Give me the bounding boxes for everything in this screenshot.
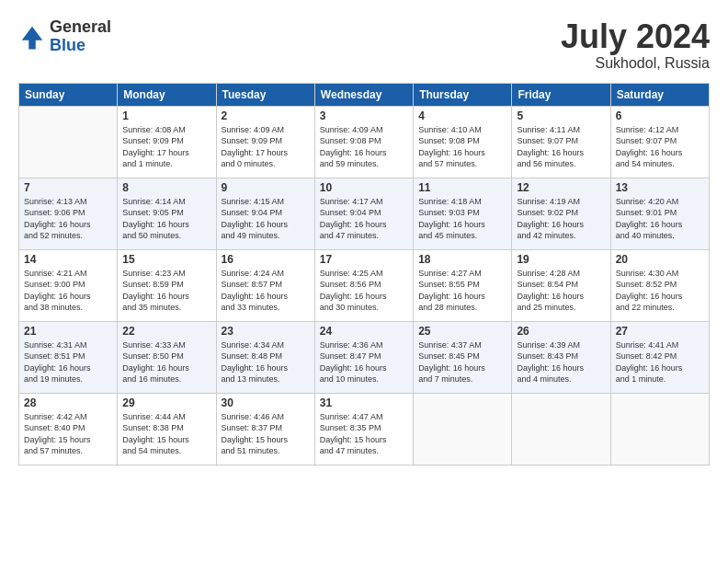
day-info: Sunrise: 4:42 AM Sunset: 8:40 PM Dayligh… [24, 411, 112, 457]
title-block: July 2024 Sukhodol, Russia [561, 18, 710, 72]
calendar-cell: 24Sunrise: 4:36 AM Sunset: 8:47 PM Dayli… [314, 321, 413, 393]
calendar-cell: 2Sunrise: 4:09 AM Sunset: 9:09 PM Daylig… [216, 106, 314, 178]
calendar-cell: 13Sunrise: 4:20 AM Sunset: 9:01 PM Dayli… [610, 178, 709, 249]
calendar-cell: 18Sunrise: 4:27 AM Sunset: 8:55 PM Dayli… [414, 249, 512, 321]
day-number: 6 [616, 109, 704, 122]
calendar-week-row: 1Sunrise: 4:08 AM Sunset: 9:09 PM Daylig… [19, 106, 710, 178]
day-info: Sunrise: 4:31 AM Sunset: 8:51 PM Dayligh… [24, 339, 112, 385]
day-info: Sunrise: 4:41 AM Sunset: 8:42 PM Dayligh… [616, 339, 704, 385]
day-info: Sunrise: 4:17 AM Sunset: 9:04 PM Dayligh… [320, 196, 408, 242]
header-monday: Monday [118, 83, 216, 106]
day-info: Sunrise: 4:37 AM Sunset: 8:45 PM Dayligh… [418, 339, 506, 385]
calendar-cell: 15Sunrise: 4:23 AM Sunset: 8:59 PM Dayli… [118, 249, 216, 321]
calendar-location: Sukhodol, Russia [561, 55, 710, 72]
calendar-cell: 4Sunrise: 4:10 AM Sunset: 9:08 PM Daylig… [414, 106, 512, 178]
day-info: Sunrise: 4:15 AM Sunset: 9:04 PM Dayligh… [222, 196, 310, 242]
day-number: 11 [418, 181, 506, 194]
logo-blue-text: Blue [50, 37, 111, 55]
day-info: Sunrise: 4:14 AM Sunset: 9:05 PM Dayligh… [122, 196, 210, 242]
day-info: Sunrise: 4:47 AM Sunset: 8:35 PM Dayligh… [320, 411, 408, 457]
header-tuesday: Tuesday [216, 83, 314, 106]
day-number: 8 [122, 181, 210, 194]
day-number: 15 [122, 253, 210, 266]
header-wednesday: Wednesday [314, 83, 413, 106]
calendar-cell [512, 393, 610, 465]
calendar-cell: 14Sunrise: 4:21 AM Sunset: 9:00 PM Dayli… [19, 249, 118, 321]
calendar-cell: 5Sunrise: 4:11 AM Sunset: 9:07 PM Daylig… [512, 106, 610, 178]
day-info: Sunrise: 4:09 AM Sunset: 9:09 PM Dayligh… [222, 124, 310, 170]
day-number: 5 [517, 109, 605, 122]
day-number: 30 [222, 396, 310, 409]
day-info: Sunrise: 4:09 AM Sunset: 9:08 PM Dayligh… [320, 124, 408, 170]
calendar-cell: 22Sunrise: 4:33 AM Sunset: 8:50 PM Dayli… [118, 321, 216, 393]
calendar-cell: 10Sunrise: 4:17 AM Sunset: 9:04 PM Dayli… [314, 178, 413, 249]
calendar-cell: 29Sunrise: 4:44 AM Sunset: 8:38 PM Dayli… [118, 393, 216, 465]
day-info: Sunrise: 4:46 AM Sunset: 8:37 PM Dayligh… [222, 411, 310, 457]
calendar-cell: 8Sunrise: 4:14 AM Sunset: 9:05 PM Daylig… [118, 178, 216, 249]
calendar-cell [414, 393, 512, 465]
day-info: Sunrise: 4:25 AM Sunset: 8:56 PM Dayligh… [320, 268, 408, 314]
day-number: 20 [616, 253, 704, 266]
day-number: 14 [24, 253, 112, 266]
day-info: Sunrise: 4:12 AM Sunset: 9:07 PM Dayligh… [616, 124, 704, 170]
day-info: Sunrise: 4:11 AM Sunset: 9:07 PM Dayligh… [517, 124, 605, 170]
day-info: Sunrise: 4:28 AM Sunset: 8:54 PM Dayligh… [517, 268, 605, 314]
calendar-cell: 23Sunrise: 4:34 AM Sunset: 8:48 PM Dayli… [216, 321, 314, 393]
day-number: 19 [517, 253, 605, 266]
day-info: Sunrise: 4:10 AM Sunset: 9:08 PM Dayligh… [418, 124, 506, 170]
calendar-cell: 1Sunrise: 4:08 AM Sunset: 9:09 PM Daylig… [118, 106, 216, 178]
day-number: 2 [222, 109, 310, 122]
calendar-week-row: 7Sunrise: 4:13 AM Sunset: 9:06 PM Daylig… [19, 178, 710, 249]
day-number: 12 [517, 181, 605, 194]
calendar-cell: 9Sunrise: 4:15 AM Sunset: 9:04 PM Daylig… [216, 178, 314, 249]
day-number: 25 [418, 325, 506, 338]
day-info: Sunrise: 4:36 AM Sunset: 8:47 PM Dayligh… [320, 339, 408, 385]
day-info: Sunrise: 4:18 AM Sunset: 9:03 PM Dayligh… [418, 196, 506, 242]
day-number: 4 [418, 109, 506, 122]
day-number: 29 [122, 396, 210, 409]
svg-marker-0 [22, 27, 43, 50]
day-info: Sunrise: 4:19 AM Sunset: 9:02 PM Dayligh… [517, 196, 605, 242]
day-info: Sunrise: 4:24 AM Sunset: 8:57 PM Dayligh… [222, 268, 310, 314]
calendar-cell: 21Sunrise: 4:31 AM Sunset: 8:51 PM Dayli… [19, 321, 118, 393]
calendar-cell [19, 106, 118, 178]
header: General Blue July 2024 Sukhodol, Russia [18, 18, 710, 72]
calendar-cell: 16Sunrise: 4:24 AM Sunset: 8:57 PM Dayli… [216, 249, 314, 321]
day-number: 31 [320, 396, 408, 409]
calendar-cell: 26Sunrise: 4:39 AM Sunset: 8:43 PM Dayli… [512, 321, 610, 393]
day-number: 26 [517, 325, 605, 338]
weekday-header-row: Sunday Monday Tuesday Wednesday Thursday… [19, 83, 710, 106]
header-saturday: Saturday [610, 83, 709, 106]
logo-text: General Blue [50, 18, 111, 55]
calendar-week-row: 21Sunrise: 4:31 AM Sunset: 8:51 PM Dayli… [19, 321, 710, 393]
calendar-cell: 28Sunrise: 4:42 AM Sunset: 8:40 PM Dayli… [19, 393, 118, 465]
day-number: 10 [320, 181, 408, 194]
page: General Blue July 2024 Sukhodol, Russia … [0, 0, 728, 475]
calendar-cell: 25Sunrise: 4:37 AM Sunset: 8:45 PM Dayli… [414, 321, 512, 393]
day-info: Sunrise: 4:21 AM Sunset: 9:00 PM Dayligh… [24, 268, 112, 314]
day-info: Sunrise: 4:30 AM Sunset: 8:52 PM Dayligh… [616, 268, 704, 314]
day-number: 24 [320, 325, 408, 338]
calendar-cell: 6Sunrise: 4:12 AM Sunset: 9:07 PM Daylig… [610, 106, 709, 178]
calendar-cell: 30Sunrise: 4:46 AM Sunset: 8:37 PM Dayli… [216, 393, 314, 465]
day-number: 21 [24, 325, 112, 338]
day-info: Sunrise: 4:23 AM Sunset: 8:59 PM Dayligh… [122, 268, 210, 314]
calendar-week-row: 28Sunrise: 4:42 AM Sunset: 8:40 PM Dayli… [19, 393, 710, 465]
calendar-cell: 3Sunrise: 4:09 AM Sunset: 9:08 PM Daylig… [314, 106, 413, 178]
calendar-cell: 12Sunrise: 4:19 AM Sunset: 9:02 PM Dayli… [512, 178, 610, 249]
calendar-cell: 27Sunrise: 4:41 AM Sunset: 8:42 PM Dayli… [610, 321, 709, 393]
day-number: 22 [122, 325, 210, 338]
calendar-cell: 31Sunrise: 4:47 AM Sunset: 8:35 PM Dayli… [314, 393, 413, 465]
day-number: 9 [222, 181, 310, 194]
day-info: Sunrise: 4:08 AM Sunset: 9:09 PM Dayligh… [122, 124, 210, 170]
day-number: 16 [222, 253, 310, 266]
calendar-table: Sunday Monday Tuesday Wednesday Thursday… [18, 83, 710, 465]
calendar-cell: 17Sunrise: 4:25 AM Sunset: 8:56 PM Dayli… [314, 249, 413, 321]
day-number: 18 [418, 253, 506, 266]
logo-icon [18, 23, 46, 51]
day-number: 28 [24, 396, 112, 409]
header-friday: Friday [512, 83, 610, 106]
header-thursday: Thursday [414, 83, 512, 106]
calendar-week-row: 14Sunrise: 4:21 AM Sunset: 9:00 PM Dayli… [19, 249, 710, 321]
day-info: Sunrise: 4:27 AM Sunset: 8:55 PM Dayligh… [418, 268, 506, 314]
